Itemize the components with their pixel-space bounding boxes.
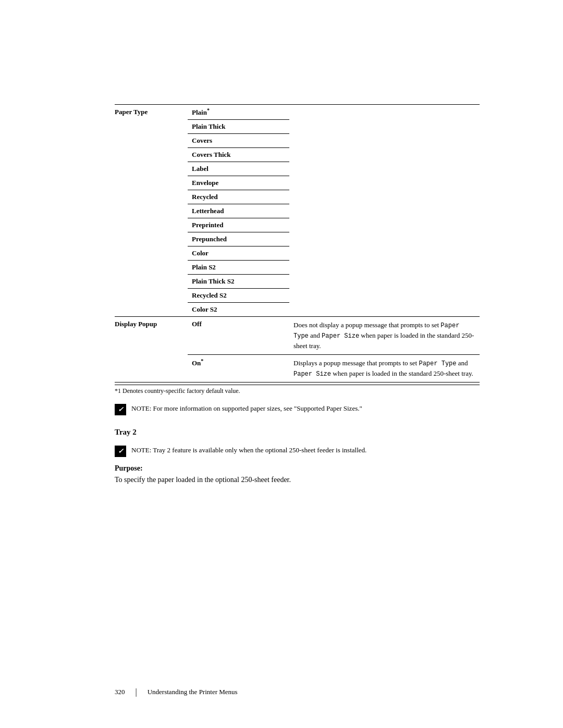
paper-type-values: Plain*Plain ThickCoversCovers ThickLabel… xyxy=(188,105,289,317)
page: Paper Type Plain*Plain ThickCoversCovers… xyxy=(0,0,563,728)
paper-type-desc xyxy=(289,105,480,317)
footer-separator: | xyxy=(136,687,137,697)
main-table: Paper Type Plain*Plain ThickCoversCovers… xyxy=(115,104,480,316)
paper-list-item: Letterhead xyxy=(188,204,289,218)
paper-list-item: Plain* xyxy=(188,105,289,120)
display-popup-section: Display Popup OffDoes not display a popu… xyxy=(115,316,480,382)
display-popup-description: Displays a popup message that prompts to… xyxy=(289,355,480,382)
tray2-note-icon: ✓ xyxy=(115,446,126,457)
purpose-text: To specify the paper loaded in the optio… xyxy=(115,476,480,484)
display-popup-description: Does not display a popup message that pr… xyxy=(289,317,480,354)
footer-title: Understanding the Printer Menus xyxy=(148,688,238,696)
paper-list-item: Envelope xyxy=(188,176,289,190)
paper-list-item: Plain S2 xyxy=(188,261,289,275)
display-popup-value: Off xyxy=(188,317,289,354)
paper-list-item: Preprinted xyxy=(188,218,289,232)
paper-list-item: Recycled xyxy=(188,190,289,204)
display-popup-label: Display Popup xyxy=(115,317,188,382)
paper-list-item: Color S2 xyxy=(188,303,289,317)
display-popup-row: Display Popup OffDoes not display a popu… xyxy=(115,317,480,382)
paper-list: Plain*Plain ThickCoversCovers ThickLabel… xyxy=(188,105,289,316)
note1-icon: ✓ xyxy=(115,404,126,415)
paper-list-item: Prepunched xyxy=(188,232,289,246)
paper-list-item: Covers Thick xyxy=(188,148,289,162)
display-popup-entry: On*Displays a popup message that prompts… xyxy=(188,354,480,382)
paper-list-item: Covers xyxy=(188,134,289,148)
purpose-heading: Purpose: xyxy=(115,464,480,473)
display-popup-entries: OffDoes not display a popup message that… xyxy=(188,317,480,382)
note1-box: ✓ NOTE: For more information on supporte… xyxy=(115,403,480,415)
display-popup-entry: OffDoes not display a popup message that… xyxy=(188,317,480,354)
paper-list-item: Plain Thick S2 xyxy=(188,275,289,289)
paper-list-item: Label xyxy=(188,162,289,176)
tray2-note-box: ✓ NOTE: Tray 2 feature is available only… xyxy=(115,445,480,457)
page-footer: 320 | Understanding the Printer Menus xyxy=(115,687,480,697)
paper-list-item: Recycled S2 xyxy=(188,289,289,303)
footnote: *1 Denotes country-specific factory defa… xyxy=(115,385,480,395)
note1-text: NOTE: For more information on supported … xyxy=(131,403,362,414)
paper-list-item: Plain Thick xyxy=(188,120,289,134)
tray2-note-text: NOTE: Tray 2 feature is available only w… xyxy=(131,445,366,455)
paper-list-item: Color xyxy=(188,246,289,261)
footer-page-number: 320 xyxy=(115,688,125,696)
tray2-heading: Tray 2 xyxy=(115,428,480,437)
display-popup-value: On* xyxy=(188,355,289,382)
paper-type-label: Paper Type xyxy=(115,105,188,317)
